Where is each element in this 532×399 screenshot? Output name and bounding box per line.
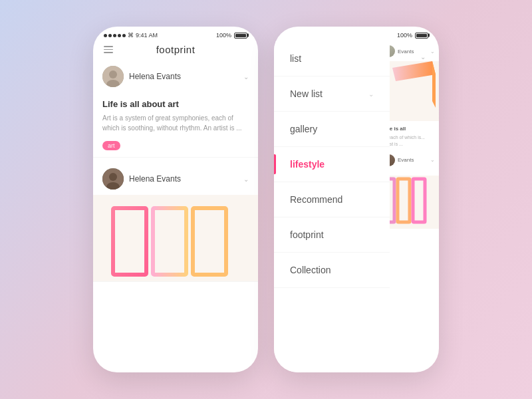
post-body-1: Life is all about art Art is a system of…: [93, 92, 258, 157]
new-list-chevron: ⌄: [368, 90, 374, 98]
signal-dots: [104, 34, 126, 37]
menu-label-new-list: New list: [290, 88, 323, 99]
signal-dot-4: [118, 34, 121, 37]
post-user-1: Helena Evants: [102, 66, 181, 87]
phone-2-frame: 100% Evants ⌄: [274, 27, 439, 372]
menu-item-gallery[interactable]: gallery: [274, 112, 390, 147]
chevron-icon-1[interactable]: ⌄: [243, 73, 249, 80]
menu-label-list: list: [290, 53, 301, 64]
post-tag-1[interactable]: art: [102, 141, 120, 150]
menu-item-recommend[interactable]: Recommend: [274, 182, 390, 217]
dropdown-chevron: ⌄: [420, 53, 426, 61]
user-name-1: Helena Evants: [129, 72, 181, 81]
menu-label-recommend: Recommend: [290, 194, 342, 205]
status-time: 9:41 AM: [136, 32, 158, 39]
menu-item-footprint[interactable]: footprint: [274, 217, 390, 253]
menu-label-footprint: footprint: [290, 229, 324, 240]
avatar-svg-2: [102, 168, 124, 190]
user-name-2: Helena Evants: [129, 174, 181, 184]
menu-line-2: [104, 49, 113, 51]
menu-label-collection: Collection: [290, 265, 331, 275]
post-title-1: Life is all about art: [102, 99, 249, 109]
battery-fill: [235, 34, 246, 37]
bg-chevron-2: ⌄: [430, 157, 435, 163]
app-title: footprint: [156, 44, 196, 55]
signal-dot-3: [113, 34, 116, 37]
post-user-2: Helena Evants: [102, 168, 181, 190]
bg-chevron: ⌄: [430, 49, 435, 55]
post-excerpt-1: Art is a system of great symphonies, eac…: [102, 113, 249, 133]
nav-bar: footprint: [93, 41, 258, 61]
battery-icon: [234, 33, 247, 39]
active-indicator: [274, 154, 276, 174]
svg-point-1: [109, 70, 117, 78]
bg-excerpt-partial: s, each of which is... artist is ...: [383, 134, 435, 148]
post-header-2: Helena Evants ⌄: [93, 163, 258, 195]
signal-dot-5: [122, 34, 126, 37]
status-left: ⌘ 9:41 AM: [104, 32, 158, 39]
svg-point-10: [109, 173, 117, 181]
avatar-svg-1: [102, 66, 124, 87]
post-image-2: [93, 195, 258, 281]
menu-item-collection[interactable]: Collection: [274, 253, 390, 288]
post-card-1: Helena Evants ⌄: [93, 61, 258, 158]
avatar-1: [102, 66, 124, 87]
battery-fill-2: [416, 34, 427, 37]
feed-content[interactable]: Helena Evants ⌄: [93, 61, 258, 372]
art-illustration-2: [93, 195, 258, 281]
menu-line-3: [104, 52, 113, 53]
status-right: 100%: [216, 32, 247, 39]
battery-percent: 100%: [216, 32, 231, 39]
dropdown-overlay: list New list ⌄ gallery lifestyle Recomm…: [274, 41, 390, 372]
wifi-icon: ⌘: [128, 32, 134, 39]
menu-label-lifestyle: lifestyle: [290, 159, 325, 170]
bg-username-2: Evants: [398, 157, 414, 163]
status-bar-2: 100%: [274, 27, 439, 41]
menu-label-gallery: gallery: [290, 124, 317, 134]
menu-item-list[interactable]: list: [274, 41, 390, 76]
menu-line-1: [104, 46, 113, 47]
avatar-img-1: [102, 66, 124, 87]
phone-1-frame: ⌘ 9:41 AM 100% footprint: [93, 27, 258, 372]
avatar-img-2: [102, 168, 124, 190]
signal-dot-2: [108, 34, 112, 37]
menu-content: Evants ⌄: [274, 41, 439, 372]
menu-item-lifestyle[interactable]: lifestyle: [274, 147, 390, 182]
menu-item-new-list[interactable]: New list ⌄: [274, 76, 390, 112]
status-bar-1: ⌘ 9:41 AM 100%: [93, 27, 258, 41]
menu-icon[interactable]: [104, 46, 113, 53]
post-card-2: Helena Evants ⌄: [93, 163, 258, 282]
signal-dot-1: [104, 34, 107, 37]
battery-icon-2: [415, 33, 428, 39]
battery-percent-2: 100%: [397, 32, 412, 39]
post-header-1: Helena Evants ⌄: [93, 61, 258, 92]
chevron-icon-2[interactable]: ⌄: [243, 176, 249, 183]
bg-title: Life is all: [383, 125, 435, 132]
bg-username: Evants: [398, 49, 414, 55]
avatar-2: [102, 168, 124, 190]
